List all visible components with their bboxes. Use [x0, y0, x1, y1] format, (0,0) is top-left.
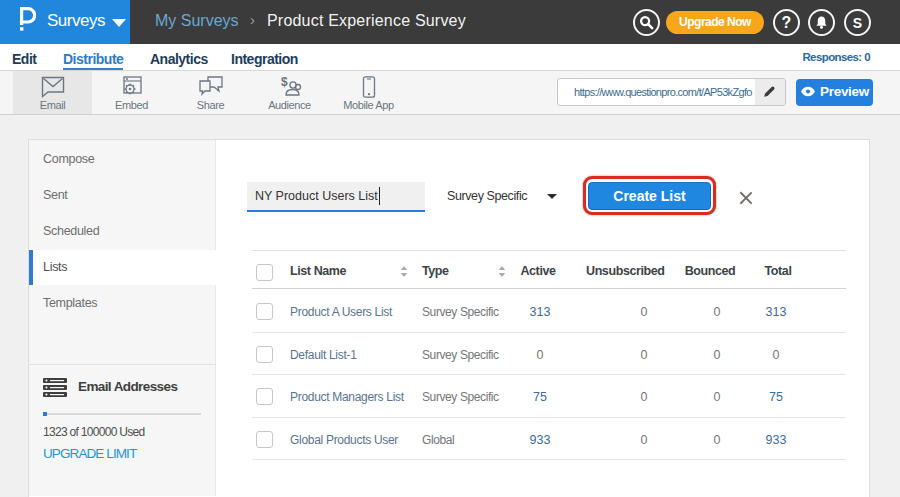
svg-text:$: $: [281, 76, 288, 89]
